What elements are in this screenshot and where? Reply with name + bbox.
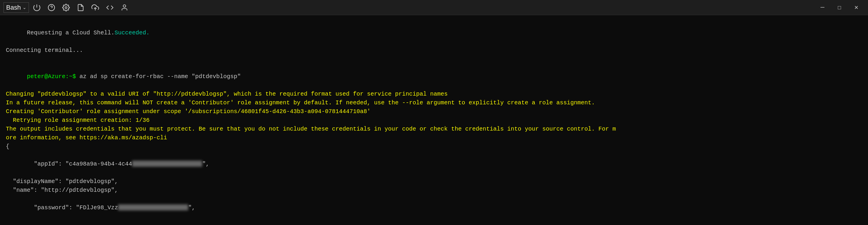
terminal-line-16: "tenant": "72f988bf-86f1-██████████████"	[6, 221, 862, 225]
bash-dropdown[interactable]: Bash ⌄	[3, 2, 29, 13]
terminal-line-12: "appId": "c4a98a9a-94b4-4c44████████████…	[6, 151, 862, 177]
terminal-line-blank-1	[6, 55, 862, 64]
close-button[interactable]: ✕	[848, 0, 865, 15]
azure-cloud-shell-window: Bash ⌄	[0, 0, 868, 225]
svg-point-1	[65, 6, 67, 8]
upload-icon[interactable]	[89, 3, 102, 12]
terminal-line-13: "displayName": "pdtdevblogsp",	[6, 177, 862, 186]
terminal-line-1: Requesting a Cloud Shell.Succeeded.	[6, 20, 862, 46]
settings-icon[interactable]	[59, 3, 73, 12]
terminal-line-14: "name": "http://pdtdevblogsp",	[6, 186, 862, 195]
code-icon[interactable]	[103, 3, 117, 12]
dropdown-arrow-icon: ⌄	[23, 5, 26, 10]
terminal-line-10: ore information, see https://aka.ms/azad…	[6, 134, 862, 142]
terminal-line-9: The output includes credentials that you…	[6, 125, 862, 134]
help-icon[interactable]	[45, 3, 58, 12]
bash-label: Bash	[6, 4, 21, 11]
titlebar-left: Bash ⌄	[3, 2, 813, 13]
terminal-line-6: In a future release, this command will N…	[6, 99, 862, 107]
terminal-line-4: peter@Azure:~$ az ad sp create-for-rbac …	[6, 64, 862, 90]
terminal-line-15: "password": "FDlJe98_Vzz████████████████…	[6, 195, 862, 221]
minimize-button[interactable]: —	[814, 0, 831, 15]
svg-point-3	[123, 5, 126, 7]
restore-button[interactable]: ☐	[831, 0, 847, 15]
terminal-line-8: Retrying role assignment creation: 1/36	[6, 116, 862, 125]
titlebar: Bash ⌄	[0, 0, 868, 15]
terminal-line-11: {	[6, 142, 862, 151]
terminal-line-5: Changing "pdtdevblogsp" to a valid URI o…	[6, 90, 862, 99]
terminal-line-7: Creating 'Contributor' role assignment u…	[6, 107, 862, 116]
file-icon[interactable]	[74, 3, 87, 12]
power-icon[interactable]	[30, 3, 43, 12]
terminal-output[interactable]: Requesting a Cloud Shell.Succeeded. Conn…	[0, 15, 868, 225]
person-icon[interactable]	[118, 3, 131, 12]
titlebar-right: — ☐ ✕	[814, 0, 865, 15]
terminal-line-2: Connecting terminal...	[6, 46, 862, 55]
